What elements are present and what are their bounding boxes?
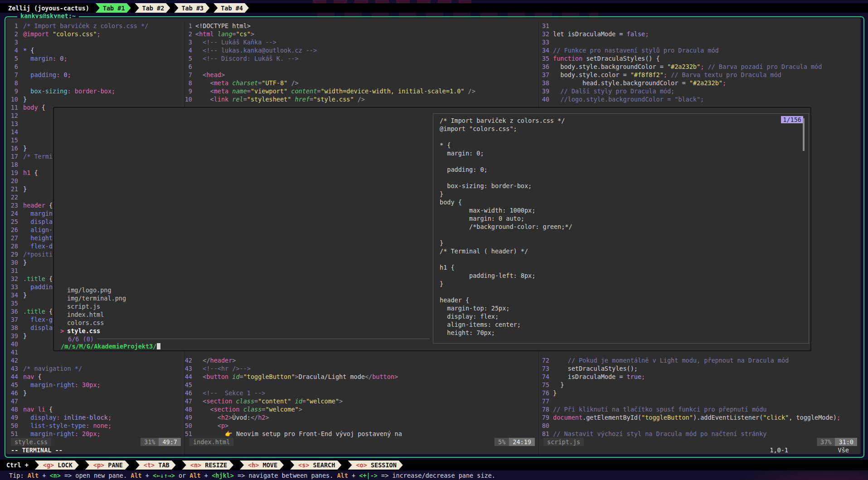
code-line[interactable]: margin-right: 30px; bbox=[23, 381, 101, 389]
code-line[interactable]: head.style.backgroundColor = "#2a232b"; bbox=[553, 79, 726, 87]
code-line[interactable]: setDraculaStyles(); bbox=[553, 364, 638, 373]
code-line[interactable]: header { bbox=[23, 201, 53, 209]
code-line[interactable]: margin: 0; bbox=[23, 54, 68, 63]
tab-tab-1[interactable]: Tab #1 bbox=[96, 3, 131, 13]
code-line[interactable]: paddin bbox=[23, 283, 53, 291]
code-line[interactable]: } bbox=[23, 291, 27, 299]
code-line[interactable]: /* navigation */ bbox=[23, 364, 82, 373]
code-line[interactable]: <!-- Lukáš Kaňka --> bbox=[195, 38, 276, 46]
line-number: 49 bbox=[179, 413, 192, 422]
code-line[interactable]: /* Import barviček z colors.css */ bbox=[23, 22, 148, 30]
code-line[interactable]: <!--<hr />--> bbox=[195, 364, 251, 373]
file-item[interactable]: index.html bbox=[67, 310, 104, 319]
code-line[interactable]: .title { bbox=[23, 307, 53, 315]
code-token: //logo.style.backgroundColor = "black"; bbox=[553, 96, 704, 103]
file-item[interactable]: script.js bbox=[67, 302, 100, 310]
keybar-segment-search[interactable]: <s> SEARCH bbox=[290, 461, 341, 470]
code-token: Úvod: bbox=[232, 414, 251, 421]
code-line[interactable]: function setDraculaStyles() { bbox=[553, 54, 660, 63]
code-line[interactable]: .title { bbox=[23, 275, 53, 283]
code-line[interactable]: // Funkce pro nastavení stylů pro Dracul… bbox=[553, 46, 719, 54]
code-line[interactable]: <!DOCTYPE html> bbox=[195, 22, 251, 30]
keybar-segment-session[interactable]: <o> SESSION bbox=[348, 461, 402, 470]
code-line[interactable]: <meta name="viewport" content="width=dev… bbox=[195, 87, 475, 95]
code-line[interactable]: <section class="welcome"> bbox=[195, 405, 302, 413]
code-line[interactable]: //logo.style.backgroundColor = "black"; bbox=[553, 95, 704, 103]
code-line[interactable]: body { bbox=[23, 103, 45, 112]
code-line[interactable]: // Pokud je momentálně v Light modu, pře… bbox=[553, 356, 789, 364]
code-line[interactable]: margin-right: 20px; bbox=[23, 430, 101, 438]
keybar-segment-pane[interactable]: <p> PANE bbox=[85, 461, 129, 470]
code-token: display bbox=[23, 414, 56, 421]
file-item-selected[interactable]: style.css bbox=[67, 327, 100, 335]
code-line[interactable]: /*positi bbox=[23, 250, 53, 258]
tab-tab-2[interactable]: Tab #2 bbox=[135, 3, 170, 13]
code-line[interactable]: <button id="toggleButton">Dracula/Light … bbox=[195, 373, 398, 381]
code-line[interactable]: margin bbox=[23, 209, 53, 218]
code-line[interactable]: } bbox=[23, 332, 27, 340]
code-line[interactable]: // Při kliknutí na tlačítko spusť funkci… bbox=[553, 405, 766, 413]
code-line[interactable]: <h2>Úvod:</h2> bbox=[195, 413, 269, 422]
keybar-segment-tab[interactable]: <t> TAB bbox=[136, 461, 176, 470]
code-line[interactable]: /* Termi bbox=[23, 152, 53, 160]
file-item[interactable]: colors.css bbox=[67, 319, 104, 327]
code-line[interactable]: } bbox=[553, 389, 557, 397]
keybar-segment-resize[interactable]: <n> RESIZE bbox=[182, 461, 233, 470]
code-line[interactable]: } bbox=[23, 185, 27, 193]
code-line[interactable]: flex-d bbox=[23, 242, 53, 250]
code-line[interactable]: <p> bbox=[195, 422, 228, 430]
code-line[interactable]: * { bbox=[23, 46, 34, 54]
code-line[interactable]: // Nastavit výchozí styl na Dracula mód … bbox=[553, 430, 766, 438]
code-line[interactable]: nav { bbox=[23, 373, 42, 381]
code-line[interactable]: padding: 0; bbox=[23, 71, 71, 79]
code-line[interactable]: h1 { bbox=[23, 169, 38, 177]
code-line[interactable]: } bbox=[23, 258, 27, 267]
keybar-segment-move[interactable]: <h> MOVE bbox=[240, 461, 284, 470]
code-line[interactable]: align- bbox=[23, 226, 53, 234]
code-line[interactable]: <!-- lukas.kanka@outlook.cz --> bbox=[195, 46, 317, 54]
code-line[interactable]: document.getElementById("toggleButton").… bbox=[553, 413, 840, 422]
code-line[interactable]: <head> bbox=[195, 71, 225, 79]
code-line[interactable]: body.style.color = "#f8f8f2"; // Barva t… bbox=[553, 71, 781, 79]
code-line[interactable]: displa bbox=[23, 324, 53, 332]
code-line[interactable]: } bbox=[23, 95, 27, 103]
code-token: < bbox=[195, 30, 199, 38]
code-line[interactable]: isDraculaMode = true; bbox=[553, 373, 645, 381]
code-line[interactable]: height bbox=[23, 234, 53, 242]
code-line[interactable]: let isDraculaMode = false; bbox=[553, 30, 649, 38]
code-line[interactable]: <meta charset="UTF-8" /> bbox=[195, 79, 299, 87]
code-line[interactable]: <html lang="cs"> bbox=[195, 30, 254, 38]
preview-scrollbar[interactable] bbox=[803, 118, 805, 151]
floating-file-picker[interactable]: img/logo.pngimg/terminal.pngscript.jsind… bbox=[53, 107, 811, 351]
code-line[interactable]: @import "colors.css"; bbox=[23, 30, 101, 38]
code-line[interactable]: flex-g bbox=[23, 315, 53, 324]
preview-code-line: body { bbox=[440, 198, 572, 206]
file-item[interactable]: img/logo.png bbox=[67, 286, 112, 294]
code-token: "style.css" bbox=[313, 96, 354, 103]
code-line[interactable]: box-sizing: border-box; bbox=[23, 87, 115, 95]
file-item[interactable]: img/terminal.png bbox=[67, 294, 126, 302]
tab-tab-4[interactable]: Tab #4 bbox=[213, 3, 249, 13]
code-line[interactable]: <!-- Sekce 1 --> bbox=[195, 389, 265, 397]
code-line[interactable]: 👉 Neovim setup pro Front-End vývoj posta… bbox=[195, 430, 402, 438]
code-line[interactable]: <!-- Discord: Lukáš K. --> bbox=[195, 54, 299, 63]
code-line[interactable]: <link rel="stylesheet" href="style.css" … bbox=[195, 95, 365, 103]
keybar-segment-lock[interactable]: <g> LOCK bbox=[35, 461, 79, 470]
code-line[interactable]: displa bbox=[23, 218, 53, 226]
preview-code-line: margin-top: 25px; bbox=[440, 304, 572, 312]
code-token: .title bbox=[23, 308, 45, 315]
tab-tab-3[interactable]: Tab #3 bbox=[174, 3, 209, 13]
code-line[interactable]: } bbox=[23, 144, 27, 152]
code-line[interactable]: <section class="content" id="welcome"> bbox=[195, 397, 343, 405]
code-line[interactable]: // Další styly pro Dracula mód; bbox=[553, 87, 674, 95]
keybar-label: SEARCH bbox=[309, 461, 335, 469]
picker-prompt[interactable]: /m/s/M/G/AkademieProjekt3/ bbox=[61, 342, 160, 350]
code-line[interactable]: } bbox=[23, 389, 27, 397]
code-line[interactable]: list-style-type: none; bbox=[23, 422, 112, 430]
zellij-tip-line: Tip: Alt + <n> => open new pane. Alt + <… bbox=[0, 471, 868, 480]
code-line[interactable]: </header> bbox=[195, 356, 236, 364]
code-line[interactable]: nav li { bbox=[23, 405, 53, 413]
code-line[interactable]: display: inline-block; bbox=[23, 413, 112, 422]
code-line[interactable]: body.style.backgroundColor = "#2a232b"; … bbox=[553, 63, 822, 71]
code-line[interactable]: } bbox=[553, 381, 564, 389]
